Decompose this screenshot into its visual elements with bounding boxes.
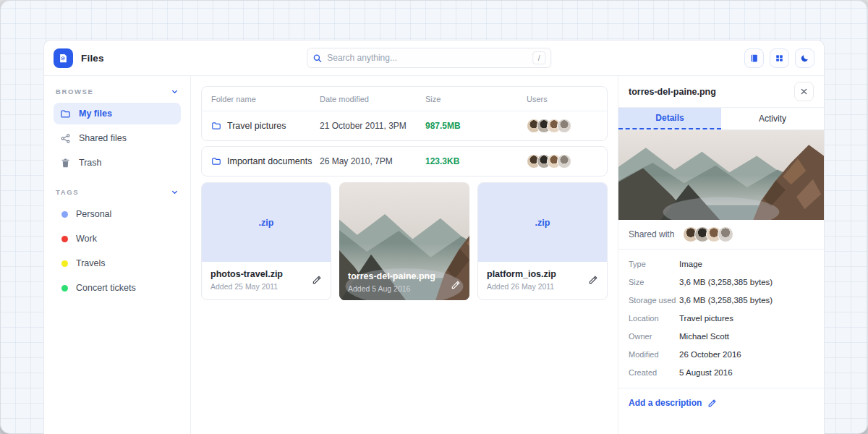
file-preview: [618, 130, 824, 220]
sidebar-item-shared-files[interactable]: Shared files: [54, 127, 181, 149]
edit-button[interactable]: [588, 275, 598, 285]
app-window: Files /: [43, 40, 825, 434]
grid-icon: [775, 54, 784, 63]
search-box[interactable]: /: [307, 48, 551, 68]
folder-name-cell[interactable]: Travel pictures: [211, 121, 320, 131]
pencil-icon: [312, 275, 322, 285]
top-bar: Files /: [44, 41, 824, 76]
search-icon: [312, 54, 322, 63]
tag-item-travels[interactable]: Travels: [54, 252, 181, 274]
sidebar-item-my-files[interactable]: My files: [54, 103, 181, 124]
pencil-icon: [707, 399, 717, 408]
main-content: Folder name Date modified Size Users Tra…: [191, 76, 618, 434]
chevron-down-icon[interactable]: [171, 188, 179, 196]
table-row[interactable]: Important documents 26 May 2010, 7PM 123…: [202, 147, 607, 176]
file-card-info: photos-travel.zip Added 25 May 2011: [202, 262, 331, 298]
property-label: Location: [629, 314, 679, 323]
pencil-icon: [588, 275, 598, 285]
browse-section-header[interactable]: BROWSE: [54, 86, 181, 103]
file-name: platform_ios.zip: [487, 269, 598, 279]
property-location: Location Travel pictures: [629, 309, 814, 327]
close-icon: [800, 88, 808, 95]
tags-section: TAGS Personal Work Travels: [54, 187, 181, 299]
notebook-button[interactable]: [744, 48, 764, 68]
tag-item-work[interactable]: Work: [54, 228, 181, 250]
file-card-info: platform_ios.zip Added 26 May 2011: [478, 262, 607, 298]
property-storage-used: Storage used 3,6 MB (3,258,385 bytes): [629, 291, 814, 309]
tag-dot-blue: [61, 211, 68, 218]
tag-label: Travels: [76, 258, 106, 268]
folder-name-cell[interactable]: Important documents: [211, 156, 320, 166]
search-shortcut-badge: /: [532, 51, 545, 64]
add-description-label: Add a description: [629, 398, 702, 408]
date-cell: 26 May 2010, 7PM: [320, 156, 425, 166]
sidebar-item-label: My files: [79, 109, 112, 119]
size-cell: 123.3KB: [425, 156, 527, 166]
chevron-down-icon[interactable]: [171, 88, 179, 95]
tag-label: Work: [76, 234, 97, 244]
details-panel: torres-del-paine.png Details Activity: [618, 76, 824, 434]
property-label: Created: [629, 368, 679, 377]
property-label: Type: [629, 260, 679, 268]
header-actions: [744, 48, 814, 68]
book-icon: [749, 54, 759, 63]
shared-with-label: Shared with: [629, 229, 674, 239]
sidebar-item-trash[interactable]: Trash: [54, 152, 181, 174]
file-card-torres-del-paine[interactable]: torres-del-paine.png Added 5 Aug 2016: [339, 182, 469, 300]
date-cell: 21 October 2011, 3PM: [320, 121, 425, 131]
app-title: Files: [81, 53, 104, 64]
tag-label: Concert tickets: [76, 283, 136, 293]
tag-item-concert-tickets[interactable]: Concert tickets: [54, 277, 181, 299]
file-added-date: Added 5 Aug 2016: [348, 284, 435, 293]
app-logo[interactable]: [54, 48, 73, 68]
folder-icon: [211, 156, 221, 166]
browse-label: BROWSE: [56, 88, 93, 95]
file-added-date: Added 26 May 2011: [487, 282, 598, 291]
shared-with-row: Shared with: [618, 220, 824, 250]
col-folder-name: Folder name: [211, 95, 320, 103]
property-label: Size: [629, 278, 679, 286]
tag-dot-yellow: [61, 260, 68, 267]
property-label: Modified: [629, 350, 679, 359]
tags-section-header[interactable]: TAGS: [54, 187, 181, 203]
property-label: Storage used: [629, 296, 679, 305]
property-value: 3,6 MB (3,258,385 bytes): [679, 296, 773, 305]
property-value: Image: [679, 260, 702, 268]
property-size: Size 3,6 MB (3,258,385 bytes): [629, 273, 814, 291]
avatar: [557, 119, 571, 133]
property-label: Owner: [629, 332, 679, 341]
property-type: Type Image: [629, 255, 814, 273]
file-card-platform-ios[interactable]: .zip platform_ios.zip Added 26 May 2011: [477, 182, 608, 300]
tab-details[interactable]: Details: [618, 108, 721, 129]
pencil-icon: [451, 280, 461, 290]
grid-view-button[interactable]: [770, 48, 789, 68]
sidebar-item-label: Shared files: [79, 133, 127, 143]
file-added-date: Added 25 May 2011: [210, 282, 322, 291]
tag-item-personal[interactable]: Personal: [54, 203, 181, 225]
tag-dot-green: [61, 285, 68, 292]
trash-icon: [60, 158, 71, 169]
tag-dot-red: [61, 236, 68, 242]
app-body: BROWSE My files Shared files: [44, 76, 824, 434]
size-cell: 987.5MB: [425, 121, 527, 131]
zip-badge: .zip: [259, 218, 274, 228]
property-value: Michael Scott: [679, 332, 729, 341]
property-owner: Owner Michael Scott: [629, 327, 814, 345]
edit-button[interactable]: [312, 275, 322, 285]
close-panel-button[interactable]: [794, 82, 814, 101]
tab-activity[interactable]: Activity: [721, 108, 824, 129]
tag-label: Personal: [76, 209, 111, 219]
file-search-logo-icon: [58, 53, 69, 64]
folders-table: Folder name Date modified Size Users Tra…: [201, 86, 608, 141]
property-value: Travel pictures: [679, 314, 733, 323]
add-description-link[interactable]: Add a description: [618, 388, 824, 417]
dark-mode-button[interactable]: [795, 48, 814, 68]
file-card-photos-travel[interactable]: .zip photos-travel.zip Added 25 May 2011: [201, 182, 331, 300]
table-row[interactable]: Travel pictures 21 October 2011, 3PM 987…: [202, 111, 607, 140]
edit-button[interactable]: [451, 280, 461, 290]
folder-name: Travel pictures: [227, 121, 286, 131]
folder-icon: [211, 121, 221, 131]
file-name: torres-del-paine.png: [348, 271, 435, 281]
search-input[interactable]: [327, 53, 532, 63]
avatar: [557, 154, 571, 169]
